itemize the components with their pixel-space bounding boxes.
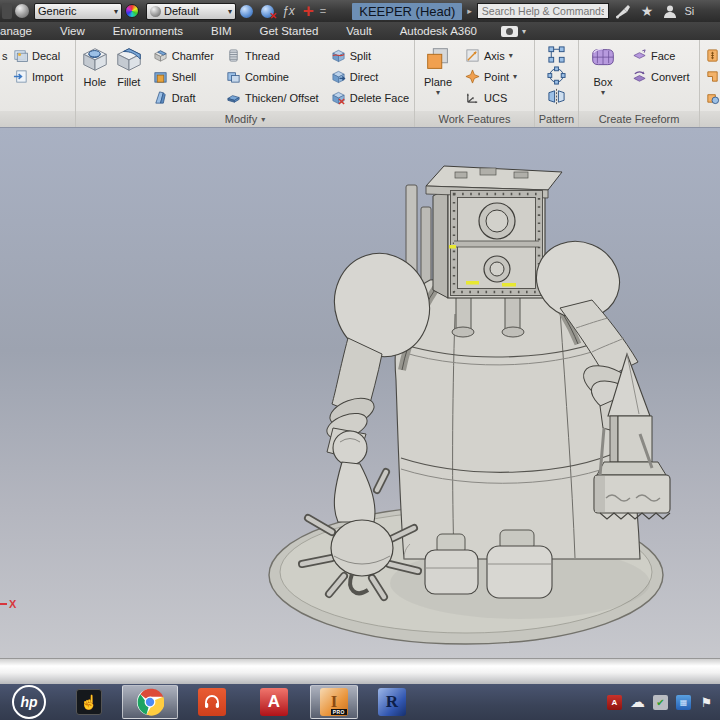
cutoff-surface-button-2[interactable] (702, 66, 720, 87)
cloud-tray-icon[interactable]: ☁ (630, 695, 645, 710)
combine-button[interactable]: Combine (223, 66, 322, 87)
tab-manage[interactable]: anage (0, 25, 46, 37)
direct-button[interactable]: Direct (328, 66, 412, 87)
rectangular-pattern-icon[interactable] (547, 45, 566, 64)
mirror-icon[interactable] (547, 87, 566, 106)
community-satellite-icon[interactable] (614, 4, 631, 19)
sync-check-tray-icon[interactable]: ✔ (653, 695, 668, 710)
chevron-down-icon: ▾ (513, 72, 517, 81)
utility-tray-icon[interactable]: ▦ (676, 695, 691, 710)
chevron-down-icon: ▾ (601, 88, 605, 97)
thread-icon (226, 48, 241, 63)
chamfer-icon (153, 48, 168, 63)
autocad-taskbar-button[interactable]: A (254, 685, 294, 719)
chevron-down-icon: ▾ (509, 51, 513, 60)
panel-work-features: Plane ▾ Axis ▾ Point ▾ (415, 40, 535, 127)
appearance-dropdown[interactable]: Default ▾ (146, 3, 236, 20)
ucs-button[interactable]: UCS (462, 87, 520, 108)
freeform-convert-button[interactable]: Convert (629, 66, 693, 87)
inventor-application-window: Generic ▾ Default ▾ ✕ ƒx + = KEEPER (Hea… (0, 0, 720, 720)
cutoff-button[interactable]: s (2, 45, 10, 66)
x-axis-arrow-icon (0, 603, 7, 605)
favorites-star-icon[interactable]: ★ (641, 3, 654, 19)
window-bottom-edge (0, 658, 720, 684)
cutoff-surface-button-3[interactable] (702, 87, 720, 108)
parameters-fx-icon[interactable]: ƒx (282, 4, 295, 18)
appearance-sphere-icon (150, 6, 161, 17)
sign-in-label[interactable]: Si (684, 5, 694, 17)
chevron-down-icon: ▾ (261, 115, 265, 124)
color-wheel-icon[interactable] (125, 4, 139, 18)
inventor-pro-badge: PRO (331, 709, 347, 715)
model-boot-left (425, 550, 478, 594)
media-app-button[interactable] (192, 685, 232, 719)
adobe-reader-tray-icon[interactable]: A (607, 695, 622, 710)
panel-label-pattern: Pattern (535, 111, 578, 127)
decal-button[interactable]: Decal (10, 45, 66, 66)
tab-vault[interactable]: Vault (332, 25, 385, 37)
autocad-icon: A (260, 688, 288, 716)
panel-insert-partial: s Decal Import (0, 40, 76, 127)
chrome-taskbar-button[interactable] (122, 685, 178, 719)
equals-icon[interactable]: = (320, 5, 326, 17)
hole-button[interactable]: Hole (78, 43, 112, 88)
chevron-down-icon: ▾ (436, 88, 440, 97)
delete-face-button[interactable]: Delete Face (328, 87, 412, 108)
add-plus-icon[interactable]: + (303, 2, 314, 20)
sculpt-icon (705, 90, 720, 105)
material-dropdown-value: Generic (38, 5, 77, 17)
split-button[interactable]: Split (328, 45, 412, 66)
adjust-appearance-icon[interactable] (240, 5, 253, 18)
tab-get-started[interactable]: Get Started (245, 25, 332, 37)
model-viewport[interactable]: X (0, 128, 720, 658)
freeform-box-icon (588, 44, 618, 74)
touch-keyboard-button[interactable]: ☝ (70, 685, 108, 719)
title-bar: Generic ▾ Default ▾ ✕ ƒx + = KEEPER (Hea… (0, 0, 720, 22)
toolbar-fragment-icon (2, 3, 12, 19)
chevron-right-icon[interactable]: ▸ (467, 6, 472, 16)
circular-pattern-icon[interactable] (547, 66, 566, 85)
import-button[interactable]: Import (10, 66, 66, 87)
tab-view[interactable]: View (46, 25, 99, 37)
tab-autodesk-a360[interactable]: Autodesk A360 (386, 25, 491, 37)
model-boot-right (487, 546, 552, 598)
panel-label-modify[interactable]: Modify ▾ (76, 111, 414, 127)
inventor-taskbar-button[interactable]: I PRO (310, 685, 358, 719)
tab-environments[interactable]: Environments (99, 25, 197, 37)
clear-appearance-icon[interactable]: ✕ (261, 5, 274, 18)
taskbar: hp ☝ A (0, 684, 720, 720)
hp-start-button[interactable]: hp (6, 685, 52, 719)
material-dropdown[interactable]: Generic ▾ (34, 3, 122, 20)
freeform-box-button[interactable]: Box ▾ (581, 43, 625, 97)
cutoff-surface-button-1[interactable] (702, 45, 720, 66)
chevron-down-icon: ▾ (222, 7, 232, 16)
axis-button[interactable]: Axis ▾ (462, 45, 520, 66)
revit-taskbar-button[interactable]: R (372, 685, 412, 719)
chamfer-button[interactable]: Chamfer (150, 45, 217, 66)
delete-face-icon (331, 90, 346, 105)
inventor-icon: I PRO (320, 688, 348, 716)
draft-button[interactable]: Draft (150, 87, 217, 108)
sign-in-person-icon[interactable] (663, 4, 677, 19)
document-title: KEEPER (Head) (352, 3, 462, 20)
freeform-face-button[interactable]: Face (629, 45, 693, 66)
tab-bim[interactable]: BIM (197, 25, 245, 37)
thread-button[interactable]: Thread (223, 45, 322, 66)
freeform-convert-icon (632, 69, 647, 84)
system-tray: A ☁ ✔ ▦ ⚑ (607, 695, 720, 710)
material-sphere-icon[interactable] (15, 4, 29, 18)
point-button[interactable]: Point ▾ (462, 66, 520, 87)
hp-logo-icon: hp (12, 685, 46, 719)
import-icon (13, 69, 28, 84)
plane-button[interactable]: Plane ▾ (417, 43, 459, 97)
action-center-flag-icon[interactable]: ⚑ (699, 695, 714, 710)
keeper-model[interactable] (0, 128, 720, 658)
search-input[interactable] (477, 3, 609, 19)
fillet-icon (114, 44, 144, 74)
fillet-button[interactable]: Fillet (112, 43, 146, 88)
draft-icon (153, 90, 168, 105)
shell-button[interactable]: Shell (150, 66, 217, 87)
thicken-offset-button[interactable]: Thicken/ Offset (223, 87, 322, 108)
chevron-down-icon[interactable]: ▾ (522, 27, 526, 36)
screencast-camera-icon[interactable] (501, 26, 518, 37)
